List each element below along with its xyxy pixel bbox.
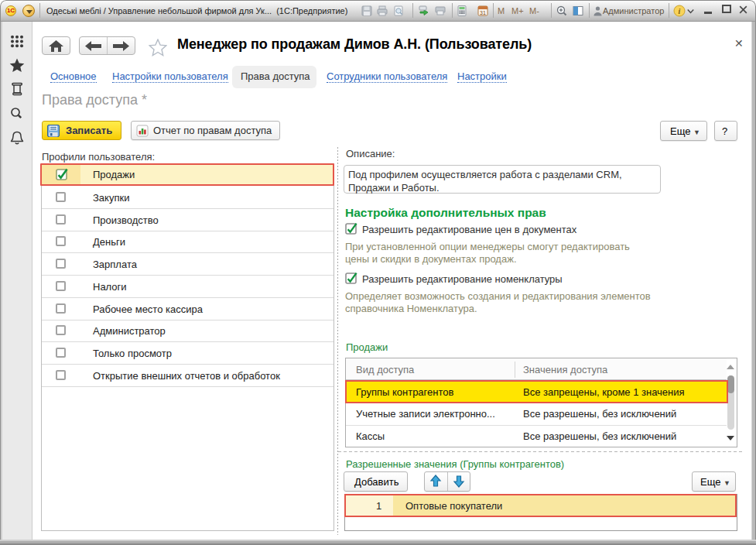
svg-text:31: 31 [480, 10, 486, 15]
svg-text:i: i [679, 7, 681, 15]
